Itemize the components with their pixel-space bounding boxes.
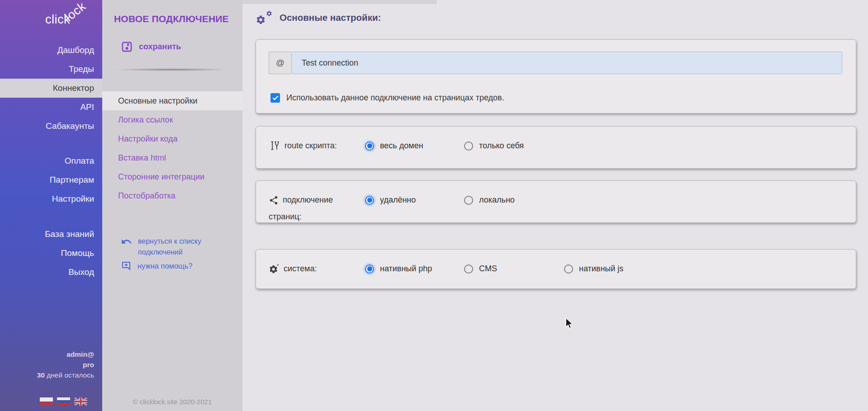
nav-code-settings[interactable]: Настройки кода — [102, 129, 242, 148]
panel-divider — [114, 68, 230, 71]
sidebar-item-payment[interactable]: Оплата — [0, 151, 102, 170]
save-floppy-icon — [121, 41, 133, 53]
radio-option-cms[interactable]: CMS — [464, 264, 497, 274]
poland-flag[interactable] — [40, 397, 53, 406]
system-label-text: система: — [284, 264, 317, 273]
sidebar-item-api[interactable]: API — [0, 98, 102, 117]
undo-arrow-icon — [121, 236, 132, 247]
radio-option-remote[interactable]: удалённо — [365, 195, 416, 205]
nav-third-party[interactable]: Сторонние интеграции — [102, 167, 242, 186]
page-title: Основные настройки: — [280, 12, 381, 23]
sidebar-item-threads[interactable]: Треды — [0, 60, 102, 79]
radio-label: весь домен — [380, 141, 423, 151]
save-button[interactable]: сохранить — [121, 41, 181, 53]
clicklock-connector-page: { "colors": { "accent_purple": "#8747c9"… — [0, 0, 868, 411]
account-days-left: 30 дней осталось — [37, 370, 94, 380]
account-plan: pro — [37, 359, 94, 370]
nav-html-insert[interactable]: Вставка html — [102, 148, 242, 167]
route-icon — [269, 140, 280, 151]
russia-flag[interactable] — [57, 397, 70, 406]
radio-option-whole-domain[interactable]: весь домен — [365, 141, 423, 151]
settings-suggest-icon — [269, 264, 280, 274]
top-edge-shadow — [242, 0, 437, 4]
panel-title: НОВОЕ ПОДКЛЮЧЕНИЕ — [114, 14, 229, 24]
days-number: 30 — [37, 371, 45, 379]
radio-label: локально — [479, 195, 515, 205]
clicklock-logo[interactable]: click lock — [0, 0, 102, 36]
route-script-label: route скрипта: — [269, 137, 352, 154]
sidebar-item-dashboard[interactable]: Дашборд — [0, 41, 102, 60]
radio-selected[interactable] — [365, 196, 374, 205]
radio-unselected[interactable] — [464, 142, 473, 151]
sidebar-menu: Дашборд Треды Коннектор API Сабакаунты О… — [0, 41, 102, 282]
sidebar-item-settings[interactable]: Настройки — [0, 189, 102, 208]
nav-postprocessing[interactable]: Постобработка — [102, 186, 242, 205]
add-comment-icon — [121, 260, 132, 271]
need-help-link[interactable]: нужна помощь? — [121, 260, 192, 271]
radio-option-native-js[interactable]: нативный js — [564, 264, 623, 274]
connection-name-card: @ Использовать данное подключение на стр… — [256, 39, 856, 113]
copyright: © clicklock.site 2020-2021 — [102, 398, 242, 406]
sidebar-item-subaccounts[interactable]: Сабакаунты — [0, 117, 102, 136]
uk-flag-icon — [74, 397, 87, 406]
radio-unselected[interactable] — [564, 265, 573, 274]
account-info: admin@ pro 30 дней осталось — [37, 349, 94, 380]
page-connection-label: подключение страниц: — [269, 192, 352, 225]
page-heading: Основные настройки: — [256, 10, 381, 25]
share-icon — [269, 195, 279, 205]
at-sign-addon: @ — [269, 52, 291, 74]
days-text: дней осталось — [45, 371, 94, 379]
radio-label: удалённо — [380, 195, 416, 205]
back-to-connections-link[interactable]: вернуться к списку подключений — [121, 236, 231, 258]
section-nav: Основные настройки Логика ссылок Настрой… — [102, 91, 242, 205]
language-switcher — [40, 397, 87, 406]
help-link-label: нужна помощь? — [138, 262, 192, 270]
mouse-cursor — [564, 317, 574, 329]
route-script-label-text: route скрипта: — [285, 141, 337, 150]
threads-checkbox[interactable] — [270, 93, 280, 103]
radio-label: нативный js — [579, 264, 623, 274]
radio-selected[interactable] — [365, 142, 374, 151]
connection-name-group: @ — [269, 52, 842, 74]
account-login: admin@ — [37, 349, 94, 359]
sidebar-item-logout[interactable]: Выход — [0, 263, 102, 282]
gears-icon — [256, 10, 274, 25]
sidebar-item-knowledge-base[interactable]: База знаний — [0, 225, 102, 244]
radio-label: только себя — [479, 141, 524, 151]
route-script-card: route скрипта: весь домен только себя — [256, 126, 856, 169]
radio-label: нативный php — [380, 264, 432, 274]
radio-label: CMS — [479, 264, 497, 274]
connection-panel: НОВОЕ ПОДКЛЮЧЕНИЕ сохранить Основные нас… — [102, 0, 242, 411]
page-connection-card: подключение страниц: удалённо локально — [256, 180, 856, 223]
sidebar-item-partners[interactable]: Партнерам — [0, 170, 102, 189]
threads-checkbox-label: Использовать данное подключение на стран… — [286, 93, 504, 103]
sidebar-item-help[interactable]: Помощь — [0, 244, 102, 263]
system-card: система: нативный php CMS нативный js — [256, 249, 856, 289]
checkmark-icon — [272, 95, 279, 100]
nav-link-logic[interactable]: Логика ссылок — [102, 110, 242, 129]
threads-checkbox-row: Использовать данное подключение на стран… — [270, 93, 504, 103]
radio-unselected[interactable] — [464, 196, 473, 205]
back-link-label: вернуться к списку подключений — [138, 236, 231, 258]
connection-name-input[interactable] — [291, 52, 842, 74]
main-content: Основные настройки: @ Использовать данно… — [242, 0, 868, 411]
radio-unselected[interactable] — [464, 265, 473, 274]
radio-option-only-self[interactable]: только себя — [464, 141, 524, 151]
uk-flag[interactable] — [74, 397, 87, 406]
sidebar: click lock Дашборд Треды Коннектор API С… — [0, 0, 102, 411]
radio-selected[interactable] — [365, 265, 374, 274]
radio-option-native-php[interactable]: нативный php — [365, 264, 432, 274]
sidebar-item-connector[interactable]: Коннектор — [0, 79, 102, 98]
save-button-label: сохранить — [139, 42, 181, 52]
radio-option-local[interactable]: локально — [464, 195, 515, 205]
system-label: система: — [269, 260, 352, 277]
nav-basic-settings[interactable]: Основные настройки — [102, 91, 242, 110]
